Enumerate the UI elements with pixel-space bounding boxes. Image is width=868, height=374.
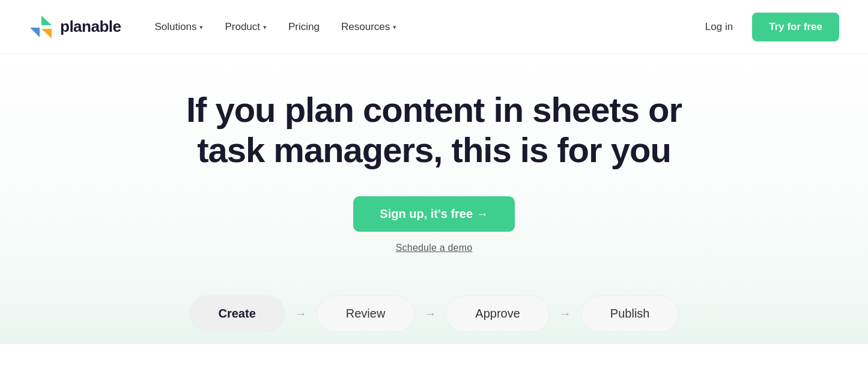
svg-marker-1 <box>30 28 40 37</box>
hero-cta: Sign up, it's free → Schedule a demo <box>353 196 514 253</box>
hero-title: If you plan content in sheets or task ma… <box>186 90 682 170</box>
chevron-down-icon: ▾ <box>199 23 203 31</box>
navbar: planable Solutions ▾ Product ▾ Pricing R… <box>0 0 868 54</box>
workflow-steps: Create → Review → Approve → Publish <box>0 277 868 344</box>
try-for-free-button[interactable]: Try for free <box>752 13 839 41</box>
svg-marker-2 <box>41 29 52 38</box>
step-review[interactable]: Review <box>317 295 415 332</box>
nav-right: Log in Try for free <box>696 13 839 41</box>
nav-links: Solutions ▾ Product ▾ Pricing Resources … <box>145 16 695 38</box>
logo-icon <box>29 14 54 40</box>
signup-button[interactable]: Sign up, it's free → <box>353 196 514 232</box>
nav-item-product[interactable]: Product ▾ <box>215 16 276 38</box>
chevron-down-icon: ▾ <box>393 23 396 31</box>
logo-link[interactable]: planable <box>29 14 121 40</box>
svg-marker-0 <box>41 16 52 25</box>
brand-name: planable <box>60 17 121 36</box>
step-publish[interactable]: Publish <box>581 295 679 332</box>
arrow-icon-1: → <box>285 307 317 321</box>
nav-item-resources[interactable]: Resources ▾ <box>332 16 406 38</box>
nav-item-solutions[interactable]: Solutions ▾ <box>145 16 213 38</box>
schedule-demo-link[interactable]: Schedule a demo <box>396 243 473 253</box>
arrow-icon-2: → <box>414 307 446 321</box>
arrow-icon-3: → <box>550 307 581 321</box>
login-button[interactable]: Log in <box>696 16 742 38</box>
nav-item-pricing[interactable]: Pricing <box>279 16 329 38</box>
chevron-down-icon: ▾ <box>263 23 267 31</box>
step-approve[interactable]: Approve <box>446 295 550 332</box>
hero-section: If you plan content in sheets or task ma… <box>0 54 868 277</box>
step-create[interactable]: Create <box>189 295 285 332</box>
